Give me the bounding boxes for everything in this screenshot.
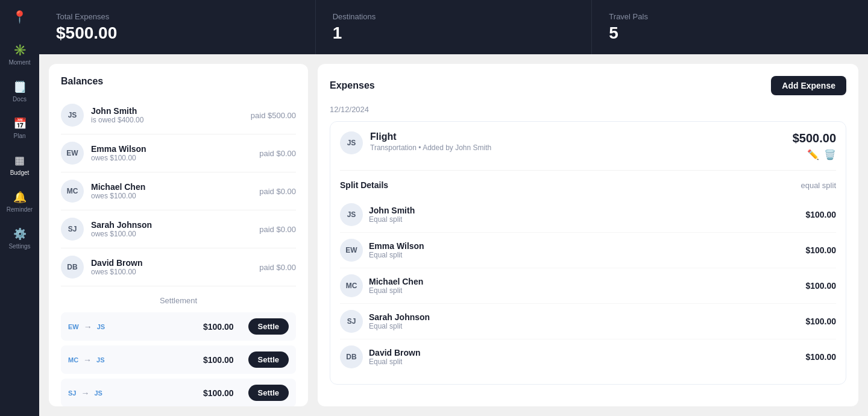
balance-item: JS John Smith is owed $400.00 paid $500.… [61, 96, 296, 134]
split-item: JS John Smith Equal split $100.00 [340, 197, 836, 233]
settlement-items-list: EW → JS $100.00 Settle MC → JS $100.00 S… [61, 312, 296, 406]
app-logo: 📍 [12, 10, 27, 24]
balance-left: DB David Brown owes $100.00 [61, 256, 143, 279]
settle-button[interactable]: Settle [248, 351, 289, 368]
settlement-item: EW → JS $100.00 Settle [61, 312, 296, 341]
stat-destinations-value: 1 [333, 24, 575, 43]
split-details-section: Split Details equal split JS John Smith … [340, 170, 836, 374]
reminder-icon: 🔔 [13, 191, 27, 204]
split-item: EW Emma Wilson Equal split $100.00 [340, 233, 836, 268]
settlement-from-to: SJ → JS [68, 388, 102, 398]
balance-avatar: EW [61, 142, 84, 165]
balance-paid: paid $0.00 [259, 149, 296, 158]
split-left: JS John Smith Equal split [340, 203, 415, 226]
expense-actions: ✏️ 🗑️ [807, 149, 836, 160]
settlement-from-to: EW → JS [68, 322, 105, 332]
arrow-icon: → [83, 355, 92, 365]
sidebar-label-reminder: Reminder [7, 206, 33, 213]
balance-status: is owed $400.00 [91, 116, 143, 124]
sidebar-label-docs: Docs [13, 96, 27, 102]
settlement-amount: $100.00 [203, 388, 234, 398]
expense-date: 12/12/2024 [330, 105, 846, 114]
settlement-item: SJ → JS $100.00 Settle [61, 379, 296, 406]
sidebar-item-moment[interactable]: ✳️ Moment [0, 39, 39, 71]
expense-payer-avatar: JS [340, 131, 363, 154]
arrow-icon: → [84, 322, 92, 332]
edit-icon[interactable]: ✏️ [807, 149, 819, 160]
balance-items-list: JS John Smith is owed $400.00 paid $500.… [61, 96, 296, 286]
balance-left: MC Michael Chen owes $100.00 [61, 180, 145, 203]
split-sublabel: Equal split [369, 358, 421, 366]
split-sublabel: Equal split [369, 286, 423, 295]
sidebar-item-budget[interactable]: ▦ Budget [0, 149, 39, 181]
split-details: Emma Wilson Equal split [369, 241, 424, 259]
balance-status: owes $100.00 [91, 154, 146, 162]
balance-left: SJ Sarah Johnson owes $100.00 [61, 218, 152, 241]
stat-travel-pals: Travel Pals 5 [592, 0, 868, 54]
sidebar-item-reminder[interactable]: 🔔 Reminder [0, 186, 39, 218]
balance-avatar: SJ [61, 218, 84, 241]
settlement-section: Settlement EW → JS $100.00 Settle MC → J… [61, 296, 296, 406]
stat-travel-pals-label: Travel Pals [609, 12, 851, 21]
sidebar-item-docs[interactable]: 🗒️ Docs [0, 75, 39, 107]
balance-status: owes $100.00 [91, 230, 152, 238]
settings-icon: ⚙️ [13, 227, 27, 241]
expense-card-header: JS Flight Transportation • Added by John… [340, 131, 836, 160]
expense-name: Flight [370, 131, 491, 142]
split-details: David Brown Equal split [369, 348, 421, 366]
sidebar-item-settings[interactable]: ⚙️ Settings [0, 222, 39, 254]
settle-to-avatar: JS [94, 389, 102, 397]
balance-status: owes $100.00 [91, 268, 143, 276]
moment-icon: ✳️ [13, 43, 27, 57]
balances-title: Balances [61, 76, 296, 87]
settle-from-avatar: EW [68, 323, 79, 330]
balance-avatar: DB [61, 256, 84, 279]
balance-status: owes $100.00 [91, 192, 145, 200]
sidebar-item-plan[interactable]: 📅 Plan [0, 112, 39, 144]
expense-meta: Transportation • Added by John Smith [370, 143, 491, 152]
settle-to-avatar: JS [97, 323, 105, 330]
balance-item: SJ Sarah Johnson owes $100.00 paid $0.00 [61, 210, 296, 248]
balance-details: John Smith is owed $400.00 [91, 106, 143, 124]
sidebar-label-plan: Plan [13, 133, 25, 139]
split-details: Michael Chen Equal split [369, 277, 423, 295]
split-item: MC Michael Chen Equal split $100.00 [340, 268, 836, 304]
settlement-amount: $100.00 [203, 322, 234, 332]
balance-paid: paid $0.00 [259, 263, 296, 272]
docs-icon: 🗒️ [13, 80, 27, 93]
split-item: DB David Brown Equal split $100.00 [340, 339, 836, 374]
split-sublabel: Equal split [369, 322, 430, 330]
balance-paid: paid $0.00 [259, 187, 296, 196]
expense-info: Flight Transportation • Added by John Sm… [370, 131, 491, 152]
expenses-title: Expenses [330, 80, 375, 91]
balance-details: Sarah Johnson owes $100.00 [91, 220, 152, 238]
delete-icon[interactable]: 🗑️ [824, 149, 836, 160]
balance-left: JS John Smith is owed $400.00 [61, 104, 143, 127]
content-area: Balances JS John Smith is owed $400.00 p… [39, 54, 868, 416]
add-expense-button[interactable]: Add Expense [771, 76, 846, 95]
split-left: MC Michael Chen Equal split [340, 274, 423, 297]
split-avatar: JS [340, 203, 363, 226]
expense-left: JS Flight Transportation • Added by John… [340, 131, 491, 154]
balance-paid: paid $0.00 [259, 225, 296, 234]
balance-avatar: JS [61, 104, 84, 127]
settle-button[interactable]: Settle [248, 318, 289, 335]
sidebar-item-label: Moment [8, 59, 30, 66]
main-content: Total Expenses $500.00 Destinations 1 Tr… [39, 0, 868, 416]
expense-amount: $500.00 [793, 131, 836, 145]
split-title: Split Details [340, 180, 388, 190]
balance-item: DB David Brown owes $100.00 paid $0.00 [61, 248, 296, 286]
settlement-amount: $100.00 [203, 355, 234, 365]
balance-item: EW Emma Wilson owes $100.00 paid $0.00 [61, 134, 296, 172]
split-avatar: MC [340, 274, 363, 297]
settle-button[interactable]: Settle [248, 385, 289, 401]
split-name: David Brown [369, 348, 421, 358]
settlement-title: Settlement [61, 296, 296, 305]
split-items-list: JS John Smith Equal split $100.00 EW Emm… [340, 197, 836, 374]
sidebar-label-settings: Settings [8, 243, 30, 250]
budget-icon: ▦ [14, 154, 25, 167]
split-avatar: DB [340, 345, 363, 368]
sidebar-label-budget: Budget [10, 169, 30, 176]
balance-details: David Brown owes $100.00 [91, 258, 143, 276]
balance-name: David Brown [91, 258, 143, 268]
